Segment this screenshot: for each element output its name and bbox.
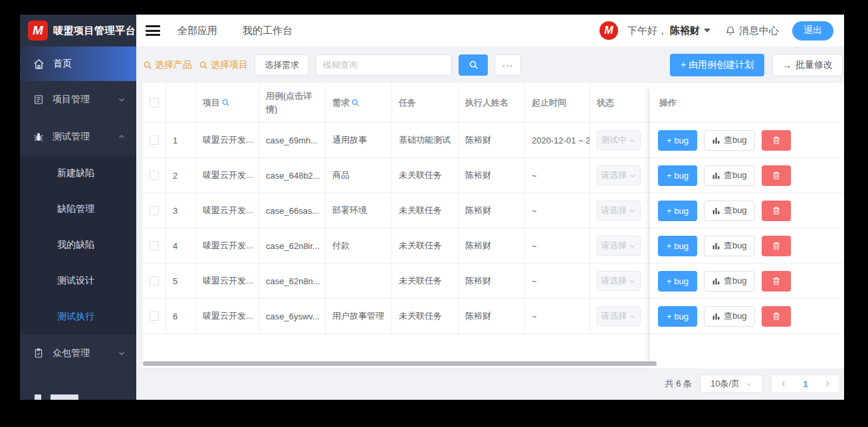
add-bug-button[interactable]: + bug: [658, 201, 697, 221]
search-icon[interactable]: [351, 98, 360, 107]
view-bug-button[interactable]: 查bug: [704, 306, 755, 327]
requirement-cell: 付款: [326, 228, 392, 263]
usecase-cell[interactable]: case_648b2...: [259, 158, 326, 193]
add-bug-button[interactable]: + bug: [658, 130, 697, 151]
select-product-label: 选择产品: [155, 59, 192, 71]
horizontal-scrollbar[interactable]: [143, 361, 657, 366]
sidebar-item-test-execution[interactable]: 测试执行: [20, 299, 136, 335]
sidebar-item-test-design[interactable]: 测试设计: [20, 263, 136, 299]
fuzzy-search-input[interactable]: [316, 54, 452, 76]
sidebar-item-test-mgmt[interactable]: 测试管理: [20, 118, 136, 155]
delete-button[interactable]: [762, 236, 791, 256]
sidebar-item-defect-mgmt[interactable]: 缺陷管理: [20, 191, 136, 227]
usecase-cell[interactable]: case_6yswv...: [259, 299, 326, 333]
brand-title: 唛盟项目管理平台: [53, 25, 136, 37]
add-bug-button[interactable]: + bug: [658, 271, 697, 292]
message-center[interactable]: 消息中心: [725, 25, 779, 37]
select-project-link[interactable]: 选择项目: [199, 59, 248, 71]
row-checkbox[interactable]: [150, 311, 159, 321]
select-requirement-button[interactable]: 选择需求: [255, 54, 309, 76]
search-icon[interactable]: [221, 98, 230, 107]
row-checkbox[interactable]: [150, 276, 159, 286]
bar-chart-icon: [712, 242, 720, 250]
view-bug-button[interactable]: 查bug: [704, 201, 755, 221]
delete-button[interactable]: [762, 201, 791, 221]
project-header-label: 项目: [203, 96, 220, 110]
sidebar-item-label: 项目管理: [53, 94, 90, 106]
create-plan-button[interactable]: + 由用例创建计划: [670, 54, 764, 76]
view-bug-button[interactable]: 查bug: [704, 130, 755, 151]
batch-edit-button[interactable]: →批量修改: [772, 54, 843, 76]
delete-button[interactable]: [762, 306, 791, 327]
sidebar-item-new-defect[interactable]: 新建缺陷: [20, 155, 136, 191]
trash-icon: [772, 276, 781, 286]
status-select[interactable]: 请选择: [597, 201, 641, 220]
requirement-cell: 通用故事: [326, 123, 392, 157]
row-checkbox[interactable]: [150, 135, 159, 145]
delete-button[interactable]: [762, 165, 791, 186]
add-bug-button[interactable]: + bug: [658, 236, 697, 256]
status-value: 请选择: [601, 205, 629, 216]
operations-header: 操作: [650, 83, 844, 123]
select-all-checkbox[interactable]: [150, 98, 159, 108]
avatar[interactable]: M: [599, 21, 618, 40]
requirement-cell: 用户故事管理: [326, 299, 392, 333]
sidebar-item-partial[interactable]: [20, 394, 136, 400]
project-cell: 唛盟云开发...: [196, 264, 259, 298]
trash-icon: [772, 311, 781, 321]
pager: 1: [771, 375, 840, 393]
select-product-link[interactable]: 选择产品: [143, 59, 192, 71]
delete-button[interactable]: [762, 271, 791, 292]
more-filters-button[interactable]: ···: [494, 54, 521, 76]
search-button[interactable]: [459, 54, 488, 76]
status-select[interactable]: 请选择: [597, 236, 641, 256]
logout-button[interactable]: 退出: [792, 21, 833, 41]
nav-all-apps[interactable]: 全部应用: [177, 25, 217, 37]
requirement-cell: [326, 264, 392, 298]
view-bug-label: 查bug: [724, 310, 747, 322]
toolbar-actions: + 由用例创建计划 →批量修改: [670, 54, 844, 76]
usecase-cell[interactable]: case_62n8n...: [259, 264, 326, 298]
view-bug-button[interactable]: 查bug: [704, 271, 755, 292]
usecase-cell[interactable]: case_66sas...: [259, 193, 326, 228]
delete-button[interactable]: [762, 130, 791, 151]
sidebar-item-my-defects[interactable]: 我的缺陷: [20, 227, 136, 263]
user-greeting[interactable]: 下午好，陈裕财: [627, 25, 710, 37]
status-select[interactable]: 请选择: [597, 165, 641, 185]
task-cell: 未关联任务: [392, 264, 459, 298]
usecase-cell[interactable]: case_62n8ir...: [259, 228, 326, 263]
nav-my-workspace[interactable]: 我的工作台: [243, 25, 292, 37]
row-checkbox[interactable]: [150, 241, 159, 250]
chevron-down-icon: [629, 242, 636, 250]
status-select[interactable]: 测试中: [597, 130, 641, 150]
status-select[interactable]: 请选择: [597, 271, 641, 291]
trash-icon: [772, 206, 781, 215]
add-bug-button[interactable]: + bug: [658, 306, 697, 327]
dates-cell: ~: [525, 264, 590, 298]
app-body: 首页 项目管理 测试管理 新建缺陷 缺陷管理 我的缺陷 测试设计 测试执行: [20, 46, 844, 400]
chevron-down-icon: [629, 207, 636, 214]
usecase-cell[interactable]: case_69mh...: [259, 123, 326, 157]
top-navigation: 全部应用 我的工作台: [177, 25, 292, 37]
view-bug-button[interactable]: 查bug: [704, 236, 755, 256]
total-count: 共 6 条: [665, 378, 692, 390]
operations-row: + bug 查bug: [650, 228, 844, 264]
row-checkbox[interactable]: [150, 206, 159, 215]
page-number[interactable]: 1: [803, 379, 808, 389]
sidebar-item-home[interactable]: 首页: [20, 46, 136, 81]
sidebar-item-project-mgmt[interactable]: 项目管理: [20, 81, 136, 118]
hamburger-icon[interactable]: [146, 25, 160, 36]
row-checkbox[interactable]: [150, 171, 159, 180]
prev-page-button[interactable]: [780, 380, 788, 388]
header: M 唛盟项目管理平台 全部应用 我的工作台 M 下午好，陈裕财 消息中心 退出: [20, 15, 844, 46]
page-size-select[interactable]: 10条/页: [700, 375, 763, 393]
sidebar-item-crowd-mgmt[interactable]: 众包管理: [20, 335, 136, 372]
next-page-button[interactable]: [823, 380, 831, 388]
view-bug-button[interactable]: 查bug: [704, 165, 755, 186]
row-index: 4: [166, 228, 196, 263]
status-select[interactable]: 请选择: [597, 306, 641, 326]
project-cell: 唛盟云开发...: [196, 158, 259, 193]
add-bug-button[interactable]: + bug: [658, 165, 697, 186]
dates-cell: ~: [525, 299, 590, 333]
task-cell: 未关联任务: [392, 228, 459, 263]
